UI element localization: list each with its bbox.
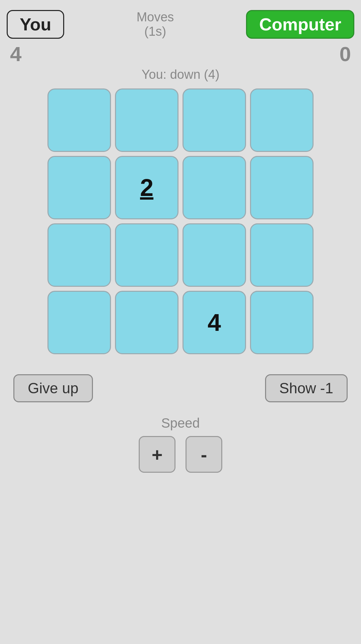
grid-cell-r3-c1[interactable] <box>115 291 178 354</box>
speed-plus-button[interactable]: + <box>139 436 175 473</box>
status-text: You: down (4) <box>141 67 219 82</box>
score-computer: 0 <box>340 42 351 66</box>
speed-minus-button[interactable]: - <box>186 436 222 473</box>
you-button[interactable]: You <box>7 10 64 39</box>
moves-section: Moves (1s) <box>136 10 174 39</box>
grid-cell-r3-c2[interactable]: 4 <box>183 291 246 354</box>
grid-cell-r1-c1[interactable]: 2 <box>115 156 178 219</box>
grid-cell-r3-c0[interactable] <box>47 291 111 354</box>
grid-cell-r2-c3[interactable] <box>250 223 314 287</box>
grid-cell-r1-c2[interactable] <box>183 156 246 219</box>
grid-cell-r0-c2[interactable] <box>183 88 246 152</box>
grid-cell-r1-c3[interactable] <box>250 156 314 219</box>
computer-button[interactable]: Computer <box>246 10 354 39</box>
scores-row: 4 0 <box>7 42 354 66</box>
grid-cell-r3-c3[interactable] <box>250 291 314 354</box>
bottom-controls: Give up Show -1 <box>7 374 354 402</box>
speed-buttons: + - <box>139 436 222 473</box>
header: You Moves (1s) Computer <box>7 10 354 39</box>
grid-cell-r0-c1[interactable] <box>115 88 178 152</box>
grid-cell-r2-c2[interactable] <box>183 223 246 287</box>
grid-cell-r0-c0[interactable] <box>47 88 111 152</box>
show-button[interactable]: Show -1 <box>265 374 348 402</box>
grid-cell-r2-c0[interactable] <box>47 223 111 287</box>
grid-cell-r2-c1[interactable] <box>115 223 178 287</box>
moves-label: Moves <box>136 10 174 24</box>
give-up-button[interactable]: Give up <box>13 374 93 402</box>
speed-section: Speed + - <box>139 416 222 473</box>
score-you: 4 <box>10 42 21 66</box>
grid-cell-r1-c0[interactable] <box>47 156 111 219</box>
game-grid: 24 <box>47 88 314 354</box>
moves-timer: (1s) <box>136 24 174 39</box>
speed-label: Speed <box>161 416 200 431</box>
grid-cell-r0-c3[interactable] <box>250 88 314 152</box>
